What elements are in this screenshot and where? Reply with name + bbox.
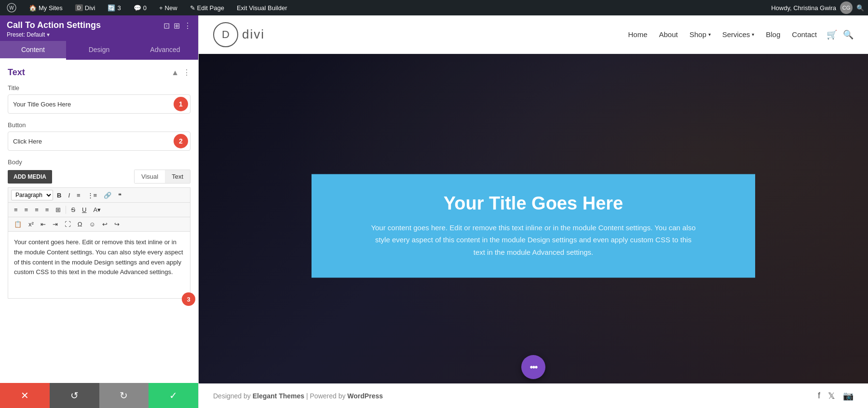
section-title: Text (8, 67, 25, 78)
cta-box: Your Title Goes Here Your content goes h… (312, 174, 755, 277)
button-input-row: 2 (8, 132, 190, 151)
logo-circle: D (213, 22, 238, 47)
body-label: Body (8, 158, 190, 166)
indent-button[interactable]: ⇥ (50, 219, 61, 229)
align-center-button[interactable]: ≡ (22, 205, 31, 215)
facebook-icon[interactable]: f (818, 391, 820, 401)
title-field-group: Title 1 (8, 84, 190, 114)
tab-advanced[interactable]: Advanced (132, 41, 198, 60)
link-button[interactable]: 🔗 (101, 190, 114, 200)
nav-services[interactable]: Services ▾ (722, 30, 755, 39)
superscript-button[interactable]: x² (26, 219, 37, 229)
panel-more-icon[interactable]: ⋮ (184, 21, 191, 30)
body-field-group: Body ADD MEDIA Visual Text Paragraph B I (8, 158, 190, 299)
section-more-icon[interactable]: ⋮ (183, 68, 190, 77)
title-input-row: 1 (8, 94, 190, 114)
ordered-list-button[interactable]: ⋮≡ (84, 190, 100, 200)
site-footer: Designed by Elegant Themes | Powered by … (199, 383, 868, 408)
emoji-button[interactable]: ☺ (86, 219, 98, 229)
search-icon[interactable]: 🔍 (856, 4, 864, 12)
unordered-list-button[interactable]: ≡ (74, 190, 83, 200)
section-actions[interactable]: ▲ ⋮ (171, 68, 190, 77)
nav-home[interactable]: Home (628, 30, 647, 39)
wp-logo-item[interactable]: W (4, 0, 19, 15)
updates-item[interactable]: 🔄 3 (105, 0, 123, 15)
refresh-icon: 🔄 (108, 4, 115, 12)
panel-tabs: Content Design Advanced (0, 41, 198, 60)
title-input[interactable] (8, 97, 172, 112)
italic-button[interactable]: I (65, 190, 73, 200)
nav-contact[interactable]: Contact (792, 30, 817, 39)
fab-icon: ••• (529, 362, 537, 373)
my-sites-item[interactable]: 🏠 My Sites (26, 0, 66, 15)
nav-blog[interactable]: Blog (766, 30, 780, 39)
align-right-button[interactable]: ≡ (32, 205, 41, 215)
nav-icons: 🛒 🔍 (827, 29, 854, 40)
elegant-themes-link[interactable]: Elegant Themes (253, 392, 304, 400)
button-input[interactable] (8, 134, 172, 149)
preset-label[interactable]: Preset: Default ▾ (7, 31, 101, 38)
cta-title: Your Title Goes Here (336, 193, 731, 214)
services-dropdown-icon: ▾ (752, 32, 754, 37)
tab-visual[interactable]: Visual (135, 170, 165, 183)
outdent-button[interactable]: ⇤ (38, 219, 49, 229)
cta-body: Your content goes here. Edit or remove t… (369, 222, 697, 258)
instagram-icon[interactable]: 📷 (843, 391, 854, 401)
search-nav-icon[interactable]: 🔍 (843, 29, 854, 40)
nav-about[interactable]: About (659, 30, 678, 39)
fullscreen-button[interactable]: ⛶ (62, 219, 74, 229)
strikethrough-button[interactable]: S (68, 205, 78, 215)
add-media-button[interactable]: ADD MEDIA (8, 170, 52, 184)
blockquote-button[interactable]: ❝ (115, 190, 124, 200)
editor-body-wrapper: Your content goes here. Edit or remove t… (8, 231, 190, 299)
undo-format-button[interactable]: ↩ (99, 219, 110, 229)
align-left-button[interactable]: ≡ (11, 205, 21, 215)
button-label: Button (8, 121, 190, 129)
underline-button[interactable]: U (79, 205, 89, 215)
section-collapse-icon[interactable]: ▲ (171, 68, 179, 77)
divi-item[interactable]: D Divi (72, 0, 98, 15)
paste-button[interactable]: 📋 (11, 219, 25, 229)
footer-social: f 𝕏 📷 (818, 391, 854, 401)
bold-button[interactable]: B (54, 190, 64, 200)
format-bar-2: ≡ ≡ ≡ ≡ ⊞ S U A▾ (8, 202, 190, 217)
justify-button[interactable]: ≡ (42, 205, 52, 215)
font-color-button[interactable]: A▾ (90, 205, 104, 215)
body-badge: 3 (182, 292, 195, 306)
redo-format-button[interactable]: ↪ (111, 219, 122, 229)
paragraph-select[interactable]: Paragraph (11, 190, 53, 200)
format-bar-3: 📋 x² ⇤ ⇥ ⛶ Ω ☺ ↩ ↪ (8, 217, 190, 231)
tab-design[interactable]: Design (66, 41, 132, 60)
cart-icon[interactable]: 🛒 (827, 29, 837, 40)
editor-toolbar-top: ADD MEDIA Visual Text (8, 170, 190, 184)
save-button[interactable]: ✓ (149, 383, 198, 408)
exit-visual-builder-item[interactable]: Exit Visual Builder (234, 0, 290, 15)
button-badge: 2 (174, 134, 188, 148)
special-char-button[interactable]: Ω (75, 219, 85, 229)
comments-item[interactable]: 💬 0 (131, 0, 149, 15)
nav-shop[interactable]: Shop ▾ (690, 30, 711, 39)
editor-body[interactable]: Your content goes here. Edit or remove t… (8, 231, 190, 299)
fab-button[interactable]: ••• (521, 355, 545, 379)
main-layout: Call To Action Settings Preset: Default … (0, 15, 868, 408)
hero-section: Your Title Goes Here Your content goes h… (199, 54, 868, 408)
svg-text:W: W (9, 5, 14, 11)
footer-credit: Designed by Elegant Themes | Powered by … (213, 392, 383, 400)
twitter-icon[interactable]: 𝕏 (828, 391, 835, 401)
cancel-button[interactable]: ✕ (0, 383, 50, 408)
panel-title: Call To Action Settings (7, 20, 101, 30)
panel-header-left: Call To Action Settings Preset: Default … (7, 20, 101, 38)
table-button[interactable]: ⊞ (53, 205, 64, 215)
panel-layout-icon[interactable]: ⊞ (174, 21, 180, 30)
panel-header: Call To Action Settings Preset: Default … (0, 15, 198, 41)
button-field-group: Button 2 (8, 121, 190, 151)
new-item[interactable]: + New (156, 0, 180, 15)
tab-text[interactable]: Text (165, 170, 190, 183)
tab-content[interactable]: Content (0, 41, 66, 60)
undo-button[interactable]: ↺ (50, 383, 99, 408)
wordpress-link[interactable]: WordPress (347, 392, 383, 400)
panel-window-icon[interactable]: ⊡ (163, 21, 170, 30)
redo-button[interactable]: ↻ (99, 383, 149, 408)
edit-page-item[interactable]: ✎ Edit Page (187, 0, 227, 15)
section-header: Text ▲ ⋮ (8, 67, 190, 78)
